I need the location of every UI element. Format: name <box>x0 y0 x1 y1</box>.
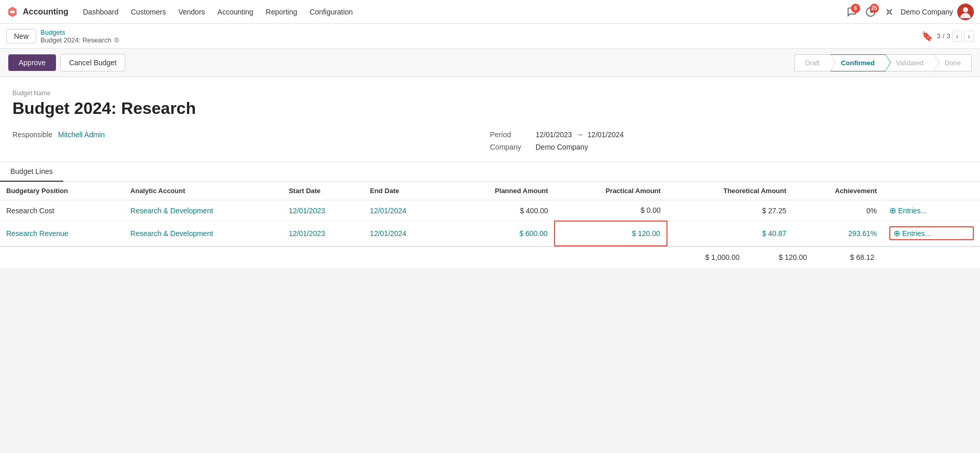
row1-entries-link[interactable]: ⊕ Entries... <box>889 206 974 215</box>
col-theoretical-amount: Theoretical Amount <box>667 182 792 200</box>
table-body: Research Cost Research & Development 12/… <box>0 200 980 246</box>
bookmark-icon[interactable]: 🔖 <box>921 31 933 42</box>
row1-budgetary-position[interactable]: Research Cost <box>0 200 124 221</box>
next-page-button[interactable]: › <box>964 31 974 42</box>
responsible-field: Responsible Mitchell Admin <box>12 130 490 139</box>
budget-title: Budget 2024: Research <box>12 99 968 118</box>
col-start-date: Start Date <box>282 182 364 200</box>
row1-entries-icon: ⊕ <box>889 206 896 215</box>
company-label: Company <box>490 143 532 151</box>
col-achievement: Achievement <box>792 182 883 200</box>
svg-point-3 <box>963 7 968 12</box>
row1-start-date: 12/01/2023 <box>282 200 364 221</box>
row1-end-date: 12/01/2024 <box>364 200 445 221</box>
app-logo[interactable] <box>6 6 19 18</box>
approve-button[interactable]: Approve <box>8 54 56 71</box>
col-planned-amount: Planned Amount <box>445 182 555 200</box>
total-achievement-placeholder <box>880 253 922 261</box>
cancel-budget-button[interactable]: Cancel Budget <box>60 54 125 71</box>
settings-icon-btn[interactable] <box>882 5 897 19</box>
status-bar: Draft Confirmed Validated Done <box>794 54 972 71</box>
breadcrumb-right: 🔖 3 / 3 ‹ › <box>921 31 974 42</box>
row2-achievement: 293.61% <box>792 221 883 246</box>
responsible-value[interactable]: Mitchell Admin <box>58 130 105 139</box>
row1-analytic-account[interactable]: Research & Development <box>124 200 283 221</box>
nav-dashboard[interactable]: Dashboard <box>77 0 125 24</box>
svg-point-1 <box>888 10 890 13</box>
table-header: Budgetary Position Analytic Account Star… <box>0 182 980 200</box>
row1-practical-amount: $ 0.00 <box>555 200 667 221</box>
total-entries-placeholder <box>922 253 974 261</box>
row1-entries-cell: ⊕ Entries... <box>883 200 980 221</box>
new-button[interactable]: New <box>6 29 36 43</box>
nav-menu: Dashboard Customers Vendors Accounting R… <box>77 0 845 24</box>
col-end-date: End Date <box>364 182 445 200</box>
prev-page-button[interactable]: ‹ <box>953 31 962 42</box>
page-separator: / <box>943 32 945 40</box>
budget-lines-panel: Budgetary Position Analytic Account Star… <box>0 182 980 268</box>
breadcrumb-current: Budget 2024: Research ⚙ <box>40 36 120 44</box>
main-content: Budget Name Budget 2024: Research Respon… <box>0 77 980 268</box>
row2-theoretical-amount: $ 40.87 <box>667 221 792 246</box>
nav-right: 6 25 Demo Company <box>845 4 974 20</box>
total-planned: $ 1,000.00 <box>678 253 746 261</box>
responsible-label: Responsible <box>12 130 54 139</box>
col-budgetary-position: Budgetary Position <box>0 182 124 200</box>
row2-entries-cell: ⊕ Entries... <box>883 221 980 246</box>
page-current: 3 <box>937 32 941 40</box>
budget-name-label: Budget Name <box>12 90 968 97</box>
table-footer: $ 1,000.00 $ 120.00 $ 68.12 <box>0 246 980 268</box>
tab-budget-lines[interactable]: Budget Lines <box>0 162 63 182</box>
company-name: Demo Company <box>901 8 953 16</box>
page-navigation: 3 / 3 ‹ › <box>937 31 974 42</box>
row2-end-date: 12/01/2024 <box>364 221 445 246</box>
table-row: Research Cost Research & Development 12/… <box>0 200 980 221</box>
budget-table: Budgetary Position Analytic Account Star… <box>0 182 980 246</box>
total-practical: $ 120.00 <box>746 253 813 261</box>
row1-achievement: 0% <box>792 200 883 221</box>
row1-theoretical-amount: $ 27.25 <box>667 200 792 221</box>
user-avatar[interactable] <box>957 4 974 20</box>
nav-accounting[interactable]: Accounting <box>211 0 260 24</box>
row2-planned-amount: $ 600.00 <box>445 221 555 246</box>
period-end[interactable]: 12/01/2024 <box>588 130 624 139</box>
breadcrumb-parent-link[interactable]: Budgets <box>40 28 120 36</box>
app-name: Accounting <box>23 7 68 17</box>
period-field: Period 12/01/2023 → 12/01/2024 <box>490 130 968 139</box>
status-validated[interactable]: Validated <box>885 54 934 71</box>
notifications-button[interactable]: 6 <box>845 5 859 19</box>
activities-button[interactable]: 25 <box>863 5 878 19</box>
nav-reporting[interactable]: Reporting <box>260 0 304 24</box>
breadcrumb: Budgets Budget 2024: Research ⚙ <box>40 28 120 44</box>
row2-entries-link[interactable]: ⊕ Entries... <box>889 226 974 240</box>
tabs-section: Budget Lines Budgetary Position Analytic… <box>0 162 980 268</box>
period-arrow: → <box>576 130 584 139</box>
period-start[interactable]: 12/01/2023 <box>536 130 572 139</box>
nav-vendors[interactable]: Vendors <box>172 0 211 24</box>
page-total: 3 <box>946 32 950 40</box>
action-bar: Approve Cancel Budget Draft Confirmed Va… <box>0 49 980 77</box>
row2-start-date: 12/01/2023 <box>282 221 364 246</box>
status-confirmed[interactable]: Confirmed <box>830 54 886 71</box>
breadcrumb-bar: New Budgets Budget 2024: Research ⚙ 🔖 3 … <box>0 24 980 49</box>
row2-analytic-account[interactable]: Research & Development <box>124 221 283 246</box>
row1-planned-amount: $ 400.00 <box>445 200 555 221</box>
period-values: 12/01/2023 → 12/01/2024 <box>536 130 624 139</box>
notifications-badge: 6 <box>851 4 860 13</box>
table-row: Research Revenue Research & Development … <box>0 221 980 246</box>
activities-badge: 25 <box>870 4 879 13</box>
row2-budgetary-position[interactable]: Research Revenue <box>0 221 124 246</box>
col-practical-amount: Practical Amount <box>555 182 667 200</box>
total-theoretical: $ 68.12 <box>813 253 880 261</box>
top-nav: Accounting Dashboard Customers Vendors A… <box>0 0 980 24</box>
nav-configuration[interactable]: Configuration <box>304 0 359 24</box>
total-columns: $ 1,000.00 $ 120.00 $ 68.12 <box>678 253 974 261</box>
breadcrumb-settings-icon[interactable]: ⚙ <box>113 36 120 44</box>
nav-customers[interactable]: Customers <box>125 0 173 24</box>
row2-practical-amount: $ 120.00 <box>555 221 667 246</box>
period-label: Period <box>490 130 532 139</box>
status-draft[interactable]: Draft <box>794 54 831 71</box>
tab-list: Budget Lines <box>0 162 980 182</box>
company-value: Demo Company <box>536 143 588 151</box>
col-entries <box>883 182 980 200</box>
